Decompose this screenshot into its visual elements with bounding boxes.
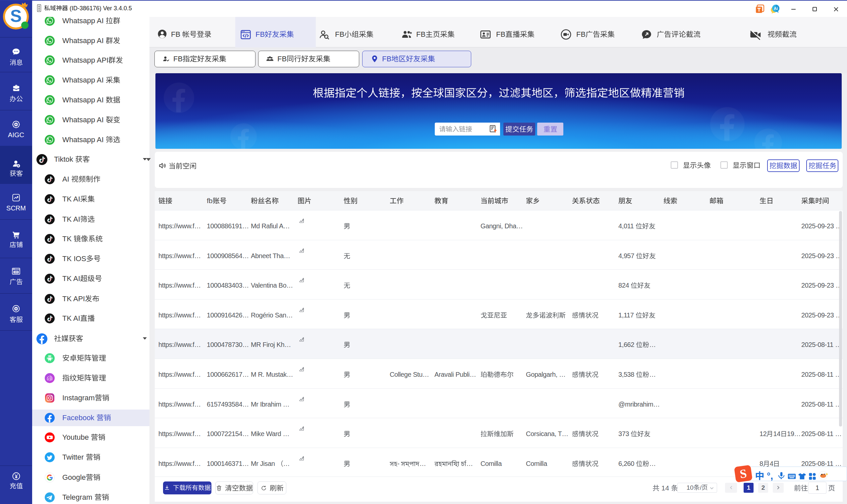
svg-text:Ai: Ai (774, 6, 778, 11)
svg-text:AI: AI (15, 123, 17, 126)
svg-text:AI: AI (15, 307, 17, 310)
svg-text:ADS: ADS (14, 271, 18, 273)
